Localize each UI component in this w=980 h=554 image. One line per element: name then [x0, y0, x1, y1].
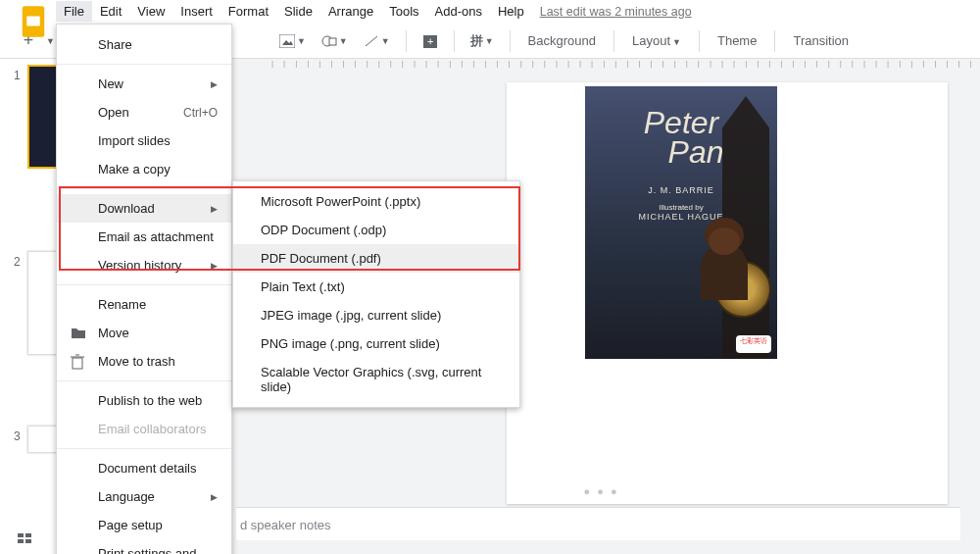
- svg-rect-13: [73, 358, 82, 369]
- trash-icon: [71, 354, 86, 370]
- menu-share[interactable]: Share: [57, 30, 231, 59]
- last-edit-link[interactable]: Last edit was 2 minutes ago: [540, 5, 692, 19]
- grid-button[interactable]: 拼▼: [465, 28, 500, 54]
- menu-new[interactable]: New▶: [57, 70, 231, 98]
- svg-rect-10: [25, 533, 31, 537]
- slide-number: 1: [14, 65, 27, 169]
- chevron-right-icon: ▶: [211, 492, 218, 502]
- menu-make-copy[interactable]: Make a copy: [57, 155, 231, 183]
- menu-version-history[interactable]: Version history▶: [57, 251, 231, 279]
- download-svg[interactable]: Scalable Vector Graphics (.svg, current …: [233, 358, 519, 401]
- separator: [454, 30, 455, 52]
- menu-edit[interactable]: Edit: [92, 1, 129, 22]
- chevron-right-icon: ▶: [211, 261, 218, 271]
- menubar: File Edit View Insert Format Slide Arran…: [0, 0, 980, 24]
- svg-marker-3: [282, 40, 293, 45]
- separator: [510, 30, 511, 52]
- chevron-right-icon: ▶: [211, 204, 218, 214]
- comment-button[interactable]: +: [416, 30, 444, 52]
- watermark-badge: 七彩英语: [736, 335, 771, 353]
- book-cover-image: Peter Pan J. M. BARRIE Illustrated by MI…: [585, 86, 777, 359]
- slides-logo[interactable]: [16, 0, 51, 43]
- chevron-down-icon: ▼: [381, 36, 390, 46]
- image-button[interactable]: ▼: [273, 30, 312, 52]
- download-pptx[interactable]: Microsoft PowerPoint (.pptx): [233, 187, 519, 216]
- menu-email-attachment[interactable]: Email as attachment: [57, 223, 231, 251]
- menu-move[interactable]: Move: [57, 319, 231, 347]
- transition-button[interactable]: Transition: [785, 29, 857, 52]
- separator: [699, 30, 700, 52]
- menu-publish-web[interactable]: Publish to the web: [57, 386, 231, 415]
- menu-print-settings[interactable]: Print settings and preview: [57, 539, 231, 554]
- menu-rename[interactable]: Rename: [57, 290, 231, 319]
- file-menu: Share New▶ OpenCtrl+O Import slides Make…: [56, 24, 232, 554]
- slide-number: 3: [14, 426, 27, 453]
- menu-import-slides[interactable]: Import slides: [57, 126, 231, 155]
- menu-divider: [57, 380, 231, 381]
- svg-rect-5: [329, 38, 336, 45]
- menu-email-collaborators: Email collaborators: [57, 415, 231, 443]
- menu-divider: [57, 64, 231, 65]
- separator: [774, 30, 775, 52]
- shape-button[interactable]: ▼: [316, 30, 354, 52]
- download-odp[interactable]: ODP Document (.odp): [233, 216, 519, 244]
- ruler: ||||||||||||||||||||||||||||||||||||||||…: [271, 59, 980, 71]
- svg-rect-9: [18, 533, 24, 537]
- separator: [406, 30, 407, 52]
- grid-view-icon[interactable]: [18, 533, 33, 548]
- download-jpg[interactable]: JPEG image (.jpg, current slide): [233, 301, 519, 329]
- menu-help[interactable]: Help: [490, 1, 532, 22]
- menu-arrange[interactable]: Arrange: [320, 1, 381, 22]
- menu-language[interactable]: Language▶: [57, 482, 231, 511]
- svg-rect-12: [25, 539, 31, 543]
- menu-slide[interactable]: Slide: [276, 1, 320, 22]
- download-txt[interactable]: Plain Text (.txt): [233, 273, 519, 301]
- background-button[interactable]: Background: [520, 29, 604, 52]
- menu-file[interactable]: File: [56, 1, 92, 22]
- slide-surface[interactable]: Peter Pan J. M. BARRIE Illustrated by MI…: [507, 82, 948, 504]
- svg-rect-1: [26, 16, 40, 25]
- chevron-down-icon: ▼: [339, 36, 348, 46]
- chevron-down-icon: ▼: [297, 36, 306, 46]
- folder-icon: [71, 326, 86, 341]
- menu-open[interactable]: OpenCtrl+O: [57, 98, 231, 126]
- fairy-figure: [701, 245, 748, 300]
- theme-button[interactable]: Theme: [710, 29, 764, 52]
- download-submenu: Microsoft PowerPoint (.pptx) ODP Documen…: [232, 180, 520, 408]
- menu-addons[interactable]: Add-ons: [427, 1, 490, 22]
- svg-text:+: +: [427, 35, 433, 47]
- resize-handle[interactable]: ● ● ●: [583, 485, 618, 497]
- menu-format[interactable]: Format: [220, 1, 276, 22]
- slide-number: 2: [14, 251, 27, 355]
- line-button[interactable]: ▼: [358, 30, 396, 52]
- menu-download[interactable]: Download▶: [57, 194, 231, 223]
- chevron-down-icon: ▼: [672, 37, 681, 47]
- layout-button[interactable]: Layout▼: [624, 29, 689, 52]
- menu-divider: [57, 448, 231, 449]
- menu-divider: [57, 284, 231, 285]
- menu-insert[interactable]: Insert: [172, 1, 220, 22]
- separator: [613, 30, 614, 52]
- speaker-notes[interactable]: d speaker notes: [236, 507, 960, 540]
- menu-tools[interactable]: Tools: [381, 1, 426, 22]
- svg-line-6: [366, 36, 377, 46]
- menu-document-details[interactable]: Document details: [57, 454, 231, 482]
- download-png[interactable]: PNG image (.png, current slide): [233, 329, 519, 358]
- download-pdf[interactable]: PDF Document (.pdf): [233, 244, 519, 273]
- menu-view[interactable]: View: [129, 1, 172, 22]
- menu-move-to-trash[interactable]: Move to trash: [57, 347, 231, 376]
- svg-rect-11: [18, 539, 24, 543]
- shortcut-label: Ctrl+O: [183, 106, 218, 120]
- chevron-right-icon: ▶: [211, 79, 218, 89]
- menu-divider: [57, 188, 231, 189]
- menu-page-setup[interactable]: Page setup: [57, 511, 231, 539]
